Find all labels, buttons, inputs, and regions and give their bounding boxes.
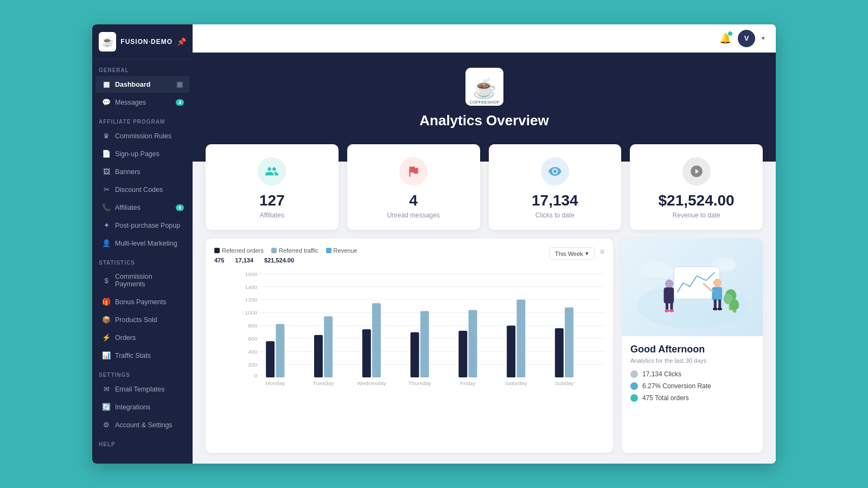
- svg-rect-27: [420, 311, 429, 377]
- sidebar-label-traffic: Traffic Stats: [115, 352, 151, 359]
- sidebar-item-affiliates[interactable]: 📞 Affiliates 6 ▾: [95, 199, 189, 216]
- sidebar-section-affiliate: Affiliate program: [92, 111, 193, 127]
- traffic-icon: 📊: [102, 351, 111, 359]
- svg-point-54: [713, 279, 722, 287]
- sidebar-item-email-templates[interactable]: ✉ Email Templates: [95, 381, 189, 397]
- sidebar-label-email: Email Templates: [115, 386, 164, 393]
- sidebar-item-messages[interactable]: 💬 Messages 4: [95, 94, 189, 111]
- svg-rect-26: [411, 332, 419, 377]
- sidebar-item-commission-rules[interactable]: ♛ Commission Rules: [95, 127, 189, 144]
- sidebar-item-discount-codes[interactable]: ✂ Discount Codes: [95, 181, 189, 198]
- analytics-clicks: 17,134 Clicks: [630, 370, 754, 378]
- messages-icon: 💬: [102, 98, 111, 106]
- sidebar-item-orders[interactable]: ⚡ Orders: [95, 329, 189, 346]
- svg-point-43: [640, 265, 658, 278]
- sidebar-item-traffic-stats[interactable]: 📊 Traffic Stats: [95, 347, 189, 364]
- clicks-dot: [630, 370, 638, 378]
- clicks-label: Clicks to date: [535, 211, 575, 219]
- topbar: 🔔 V ▾: [193, 24, 776, 53]
- sidebar-item-mlm[interactable]: 👤 Multi-level Marketing: [95, 235, 189, 252]
- svg-rect-55: [712, 287, 722, 300]
- avatar-dropdown-icon[interactable]: ▾: [762, 35, 765, 42]
- svg-rect-32: [555, 328, 564, 377]
- main-area: 🔔 V ▾ ☕ COFFEESHOP Analytics Overview: [193, 24, 776, 464]
- svg-rect-33: [565, 307, 573, 377]
- svg-point-58: [713, 307, 717, 310]
- page-title: Analytics Overview: [419, 112, 548, 129]
- affiliates-label: Affiliates: [260, 211, 284, 219]
- post-purchase-icon: ✦: [102, 221, 111, 229]
- svg-rect-28: [458, 331, 467, 377]
- sidebar-label-mlm: Multi-level Marketing: [115, 240, 177, 247]
- commission-payments-icon: $: [102, 277, 111, 285]
- user-avatar[interactable]: V: [738, 30, 755, 47]
- legend-revenue: Revenue: [326, 247, 358, 254]
- chart-menu-icon[interactable]: ≡: [600, 247, 604, 256]
- chart-header: Referred orders Referred traffic Revenue: [214, 247, 604, 267]
- discount-icon: ✂: [102, 185, 111, 194]
- filter-dropdown-icon: ▾: [585, 250, 589, 257]
- sidebar-item-account-settings[interactable]: ⚙ Account & Settings: [95, 416, 189, 433]
- dashboard-grid-icon: ▣: [176, 80, 183, 88]
- svg-text:Saturday: Saturday: [505, 381, 527, 386]
- svg-rect-29: [469, 310, 477, 377]
- sidebar-logo[interactable]: ☕ FUSION·DEMO 📌: [92, 24, 193, 60]
- svg-rect-49: [664, 287, 674, 304]
- legend-label-traffic: Referred traffic: [279, 247, 318, 254]
- mlm-icon: 👤: [102, 239, 111, 247]
- svg-text:Wednesday: Wednesday: [357, 381, 386, 386]
- unread-stat-icon: [399, 157, 427, 185]
- sidebar-label-integrations: Integrations: [115, 403, 150, 411]
- stats-cards-container: 127 Affiliates 4 Unread messages 17,134 …: [193, 144, 776, 230]
- chart-legend: Referred orders Referred traffic Revenue: [214, 247, 358, 254]
- svg-rect-25: [372, 303, 381, 377]
- sidebar-label-bonus: Bonus Payments: [115, 298, 167, 306]
- sidebar-label-affiliates: Affiliates: [115, 204, 141, 211]
- legend-label-orders: Referred orders: [222, 247, 264, 254]
- logo-icon: ☕: [99, 32, 116, 52]
- legend-referred-orders: Referred orders: [214, 247, 264, 254]
- conversion-analytics-label: 6.27% Conversion Rate: [642, 382, 711, 390]
- legend-dot-dark: [214, 248, 220, 253]
- svg-rect-56: [714, 299, 717, 309]
- bar-chart: 1600 1400 1200 1000 800 600 400 200 0: [214, 271, 604, 444]
- svg-rect-24: [362, 329, 371, 377]
- pin-icon[interactable]: 📌: [177, 37, 186, 46]
- analytics-list: 17,134 Clicks 6.27% Conversion Rate 475 …: [630, 370, 754, 402]
- svg-text:600: 600: [248, 336, 257, 342]
- analytics-conversion: 6.27% Conversion Rate: [630, 382, 754, 390]
- referred-traffic-stat: 17,134: [235, 257, 253, 264]
- svg-rect-20: [266, 341, 275, 377]
- sidebar-item-post-purchase[interactable]: ✦ Post-purchase Popup: [95, 217, 189, 234]
- sidebar-label-messages: Messages: [115, 99, 146, 106]
- sidebar-item-integrations[interactable]: 🔄 Integrations: [95, 399, 189, 415]
- sidebar-item-products-sold[interactable]: 📦 Products Sold: [95, 311, 189, 328]
- sidebar-item-commission-payments[interactable]: $ Commission Payments: [95, 268, 189, 292]
- sidebar-label-orders: Orders: [115, 334, 136, 342]
- sidebar-item-bonus-payments[interactable]: 🎁 Bonus Payments: [95, 293, 189, 310]
- illustration-area: [622, 239, 763, 336]
- sidebar-label-post-purchase: Post-purchase Popup: [115, 222, 180, 229]
- chart-filter-button[interactable]: This Week ▾: [549, 247, 595, 260]
- sidebar-section-general: General: [92, 60, 193, 75]
- svg-text:1400: 1400: [245, 284, 257, 290]
- sidebar-item-banners[interactable]: 🖼 Banners: [95, 163, 189, 180]
- svg-point-59: [718, 307, 722, 310]
- svg-text:Friday: Friday: [460, 381, 476, 386]
- bonus-icon: 🎁: [102, 298, 111, 306]
- stat-card-clicks: 17,134 Clicks to date: [489, 144, 622, 230]
- sidebar-item-sign-up-pages[interactable]: 📄 Sign-up Pages: [95, 145, 189, 162]
- affiliates-badge: 6: [176, 204, 184, 211]
- right-panel: Good Afternoon Analytics for the last 30…: [622, 239, 763, 453]
- orders-icon: ⚡: [102, 333, 111, 342]
- svg-point-52: [665, 310, 669, 312]
- dashboard-icon: ▦: [102, 80, 111, 88]
- integrations-icon: 🔄: [102, 403, 111, 411]
- sidebar-section-settings: Settings: [92, 364, 193, 380]
- notifications-bell[interactable]: 🔔: [719, 33, 731, 44]
- svg-point-65: [730, 299, 739, 310]
- illustration-svg: [633, 244, 752, 331]
- sidebar-item-dashboard[interactable]: ▦ Dashboard ▣: [95, 76, 189, 93]
- products-icon: 📦: [102, 316, 111, 324]
- sidebar-section-help: Help: [92, 434, 193, 450]
